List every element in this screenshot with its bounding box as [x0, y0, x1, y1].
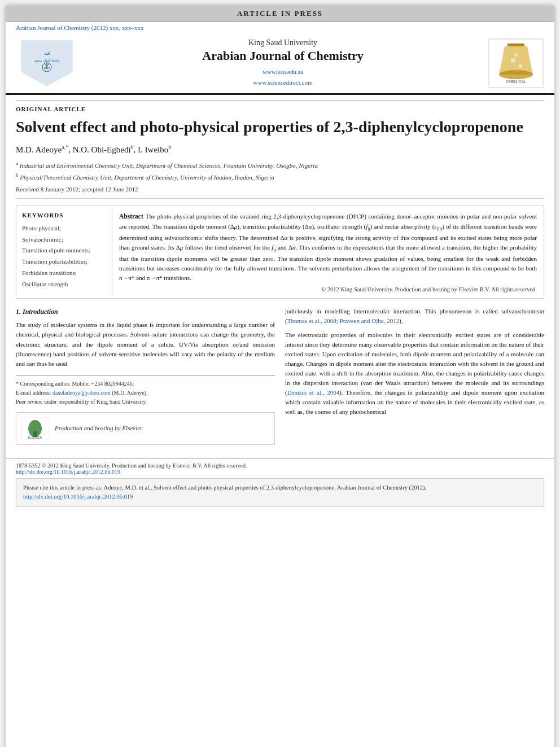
email-link[interactable]: dasoladeoye@yahoo.com [53, 390, 111, 396]
ksu-shield-icon: كلية جامعة الملك سعود 1957 [16, 38, 78, 89]
keywords-list: Photo-physical; Solvatochromic; Transiti… [22, 223, 106, 290]
page: ARTICLE IN PRESS Arabian Journal of Chem… [6, 6, 554, 747]
journal-ref-line: Arabian Journal of Chemistry (2012) xxx,… [6, 22, 554, 33]
ksu-logo-left: كلية جامعة الملك سعود 1957 [16, 38, 78, 89]
author1-name: M.D. Adeoye [16, 145, 62, 154]
elsevier-tree-icon: ELSEVIER [21, 417, 49, 440]
svg-point-12 [511, 58, 515, 63]
email-line: E-mail address: dasoladeoye@yahoo.com (M… [16, 388, 275, 397]
keywords-abstract-box: KEYWORDS Photo-physical; Solvatochromic;… [16, 206, 544, 299]
keyword-3: Transition dipole moments; [22, 245, 106, 256]
citation-doi-link[interactable]: http://dx.doi.org/10.1016/j.arabjc.2012.… [23, 493, 133, 500]
keyword-4: Transition polarizabilities; [22, 256, 106, 268]
elsevier-logo-icon: ELSEVIER [21, 417, 49, 440]
author2-name: , N.O. Obi-Egbedi [68, 145, 130, 154]
article-title: Solvent effect and photo-physical proper… [16, 117, 544, 137]
keyword-1: Photo-physical; [22, 223, 106, 234]
received-date: Received 8 January 2012; accepted 12 Jun… [16, 186, 544, 199]
article-type-label: ORIGINAL ARTICLE [16, 101, 544, 112]
citation-text: Please cite this article in press as: Ad… [23, 484, 426, 491]
abstract-column: AbstractThe photo-physical properties of… [112, 206, 544, 298]
abstract-label: Abstract [119, 213, 143, 220]
right-col-text: judiciously in modelling intermolecular … [285, 307, 544, 417]
peer-review-note: Peer review under responsibility of King… [16, 397, 275, 407]
journal-title: Arabian Journal of Chemistry [84, 49, 482, 63]
header-urls: www.ksu.edu.sa www.sciencedirect.com [84, 67, 482, 88]
url1-link[interactable]: www.ksu.edu.sa [262, 68, 303, 75]
university-name: King Saud University [84, 38, 482, 47]
article-in-press-banner: ARTICLE IN PRESS [6, 6, 554, 22]
keywords-heading: KEYWORDS [22, 212, 106, 219]
svg-point-11 [499, 70, 533, 79]
svg-point-13 [519, 64, 522, 68]
corresponding-text: * Corresponding author. Mobile: +234 802… [16, 381, 134, 387]
author1-sup: a,* [62, 144, 68, 150]
svg-text:كلية: كلية [44, 51, 51, 56]
intro-para1: The study of molecular systems in the li… [16, 320, 275, 368]
email-suffix: (M.D. Adeoye). [112, 390, 147, 396]
chemical-logo-icon: CHEMICAL [488, 38, 544, 89]
intro-heading: 1. Introduction [16, 307, 275, 317]
header-section: كلية جامعة الملك سعود 1957 King Saud Uni… [6, 33, 554, 95]
author3-sup: b [168, 144, 171, 150]
journal-ref-text: Arabian Journal of Chemistry (2012) xxx,… [16, 24, 143, 31]
affiliation-b-text: Physical/Theoretical Chemistry Unit, Dep… [20, 173, 274, 180]
footer-doi-link[interactable]: http://dx.doi.org/10.1016/j.arabjc.2012.… [16, 469, 120, 475]
left-column: 1. Introduction The study of molecular s… [16, 307, 275, 445]
email-label: E-mail address: [16, 390, 51, 396]
two-column-section: 1. Introduction The study of molecular s… [16, 307, 544, 445]
right-column: judiciously in modelling intermolecular … [285, 307, 544, 445]
svg-text:CHEMICAL: CHEMICAL [506, 80, 526, 84]
svg-text:ELSEVIER: ELSEVIER [28, 436, 42, 439]
affiliation-a-text: Industrial and Environmental Chemistry U… [20, 162, 318, 169]
elsevier-box: ELSEVIER Production and hosting by Elsev… [16, 412, 275, 445]
svg-point-14 [514, 53, 518, 56]
chemical-logo-right: CHEMICAL [488, 38, 544, 89]
svg-rect-9 [508, 43, 524, 46]
keyword-2: Solvatochromic; [22, 234, 106, 246]
keyword-6: Oscillator strength [22, 279, 106, 290]
abstract-copyright: © 2012 King Saud University. Production … [119, 286, 537, 292]
footer-doi: http://dx.doi.org/10.1016/j.arabjc.2012.… [16, 469, 544, 475]
corresponding-author-note: * Corresponding author. Mobile: +234 802… [16, 379, 275, 388]
header-center: King Saud University Arabian Journal of … [84, 38, 482, 88]
main-content: ORIGINAL ARTICLE Solvent effect and phot… [6, 95, 554, 451]
ref-thomas: Thomas et al., 2008; Praveen and Ojha, 2… [287, 317, 400, 324]
url2-link[interactable]: www.sciencedirect.com [253, 79, 313, 86]
footnote-box: * Corresponding author. Mobile: +234 802… [16, 375, 275, 407]
author3-name: , I. Iweibo [134, 145, 169, 154]
abstract-text: AbstractThe photo-physical properties of… [119, 212, 537, 283]
affiliations: a Industrial and Environmental Chemistry… [16, 159, 544, 182]
svg-point-18 [28, 420, 42, 437]
citation-box: Please cite this article in press as: Ad… [16, 478, 544, 508]
keywords-column: KEYWORDS Photo-physical; Solvatochromic;… [16, 206, 112, 298]
svg-text:جامعة الملك سعود: جامعة الملك سعود [34, 59, 60, 63]
keyword-5: Forbidden transitions; [22, 268, 106, 279]
page-footer: 1878-5352 © 2012 King Saud University. P… [6, 458, 554, 478]
ref-denisio: Denisio et al., 2004 [287, 389, 340, 396]
banner-text: ARTICLE IN PRESS [237, 9, 323, 18]
footer-issn: 1878-5352 © 2012 King Saud University. P… [16, 462, 544, 469]
authors-line: M.D. Adeoyea,*, N.O. Obi-Egbedib, I. Iwe… [16, 144, 544, 155]
elsevier-hosting-text: Production and hosting by Elsevier [55, 423, 142, 433]
